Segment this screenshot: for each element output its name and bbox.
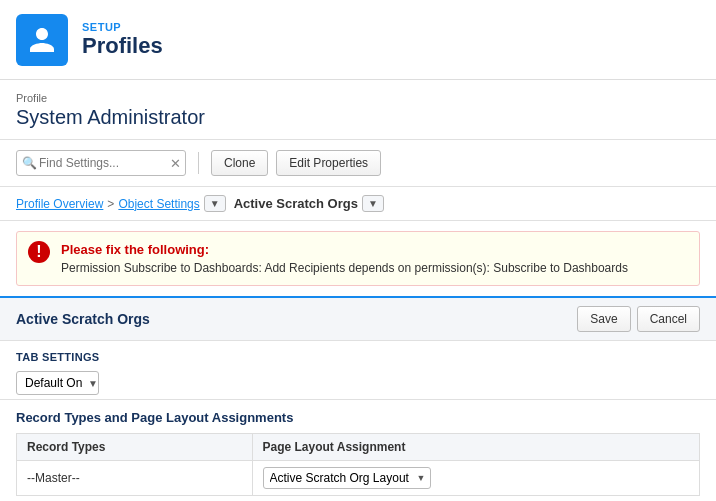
breadcrumb-profile-overview[interactable]: Profile Overview	[16, 197, 103, 211]
profile-label: Profile	[16, 92, 700, 104]
section-title: Active Scratch Orgs	[16, 311, 150, 327]
error-message: Permission Subscribe to Dashboards: Add …	[61, 261, 687, 275]
search-wrapper: 🔍 ✕	[16, 150, 186, 176]
record-types-table: Record Types Page Layout Assignment --Ma…	[16, 433, 700, 496]
toolbar-divider	[198, 152, 199, 174]
section-actions: Save Cancel	[577, 306, 700, 332]
record-type-master: --Master--	[17, 461, 253, 496]
object-settings-dropdown[interactable]: ▼	[204, 195, 226, 212]
page-header: SETUP Profiles	[0, 0, 716, 80]
toolbar: 🔍 ✕ Clone Edit Properties	[0, 140, 716, 187]
breadcrumb: Profile Overview > Object Settings ▼ Act…	[0, 187, 716, 221]
layout-select-wrapper: Active Scratch Org Layout	[263, 467, 431, 489]
search-icon: 🔍	[22, 156, 37, 170]
tab-settings-select-wrapper: Default On Default Off Tab Hidden ▼	[16, 371, 99, 395]
header-icon	[16, 14, 68, 66]
layout-assignment-cell: Active Scratch Org Layout	[252, 461, 700, 496]
error-icon: !	[27, 240, 51, 264]
breadcrumb-sep1: >	[107, 197, 114, 211]
clone-button[interactable]: Clone	[211, 150, 268, 176]
col-record-types: Record Types	[17, 434, 253, 461]
svg-text:!: !	[36, 243, 41, 260]
profile-name: System Administrator	[16, 106, 700, 129]
cancel-button[interactable]: Cancel	[637, 306, 700, 332]
setup-label: SETUP	[82, 21, 163, 33]
col-page-layout: Page Layout Assignment	[252, 434, 700, 461]
profile-section: Profile System Administrator	[0, 80, 716, 140]
tab-settings-title: Tab Settings	[16, 351, 700, 363]
current-page-dropdown[interactable]: ▼	[362, 195, 384, 212]
breadcrumb-current: Active Scratch Orgs	[234, 196, 358, 211]
search-input[interactable]	[16, 150, 186, 176]
error-box: ! Please fix the following: Permission S…	[16, 231, 700, 286]
breadcrumb-object-settings[interactable]: Object Settings	[118, 197, 199, 211]
clear-icon[interactable]: ✕	[170, 156, 181, 171]
header-text: SETUP Profiles	[82, 21, 163, 59]
tab-settings-select[interactable]: Default On Default Off Tab Hidden	[17, 372, 99, 394]
edit-properties-button[interactable]: Edit Properties	[276, 150, 381, 176]
record-types-section: Record Types and Page Layout Assignments…	[0, 399, 716, 501]
section-header: Active Scratch Orgs Save Cancel	[0, 296, 716, 340]
record-types-title: Record Types and Page Layout Assignments	[16, 410, 700, 425]
save-button[interactable]: Save	[577, 306, 630, 332]
tab-settings-section: Tab Settings Default On Default Off Tab …	[0, 340, 716, 399]
layout-select[interactable]: Active Scratch Org Layout	[263, 467, 431, 489]
table-row: --Master-- Active Scratch Org Layout	[17, 461, 700, 496]
page-title: Profiles	[82, 33, 163, 59]
error-title: Please fix the following:	[61, 242, 687, 257]
